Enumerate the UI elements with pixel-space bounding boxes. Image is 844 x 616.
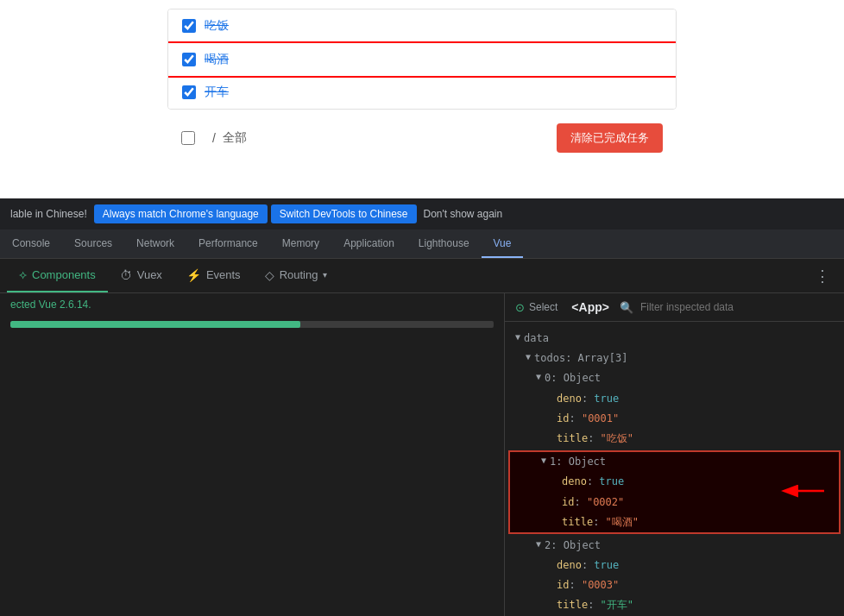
tab-vue[interactable]: Vue (482, 229, 524, 258)
component-tag: <App> (571, 300, 609, 314)
todo-checkbox-2[interactable] (182, 85, 196, 99)
inspector-area: ected Vue 2.6.14. ⊙ Select <App> 🔍 ▼ dat… (0, 293, 844, 616)
arrow-item1: ▼ (541, 454, 546, 468)
switch-devtools-btn[interactable]: Switch DevTools to Chinese (271, 204, 417, 223)
detected-vue-text: ected Vue 2.6.14. (0, 293, 504, 316)
vue-tab-components[interactable]: ⟡ Components (7, 259, 108, 292)
dont-show-label[interactable]: Don't show again (424, 208, 503, 220)
select-label: Select (529, 301, 557, 313)
todo-label-1: 喝酒 (205, 52, 229, 67)
select-button[interactable]: ⊙ Select (515, 301, 557, 314)
item-0-deno: deno : true (505, 389, 844, 409)
item-1-label: 1: Object (550, 454, 606, 470)
item-1-row[interactable]: ▼ 1: Object (510, 452, 839, 472)
inspector-left: ected Vue 2.6.14. (0, 293, 505, 616)
lang-banner-text: lable in Chinese! (10, 208, 87, 220)
vue-tab-routing[interactable]: ◇ Routing ▾ (253, 259, 340, 292)
tab-application[interactable]: Application (331, 229, 406, 258)
tab-console[interactable]: Console (0, 229, 62, 258)
vue-toolbar: ⟡ Components ⏱ Vuex ⚡ Events ◇ Routing ▾… (0, 259, 844, 293)
data-root-row[interactable]: ▼ data (505, 329, 844, 349)
always-match-btn[interactable]: Always match Chrome's language (94, 204, 268, 223)
todo-label-0: 吃饭 (205, 18, 229, 34)
todo-list: 吃饭 喝酒 开车 (167, 9, 677, 110)
lang-banner: lable in Chinese! Always match Chrome's … (0, 198, 844, 229)
devtools-tabs: Console Sources Network Performance Memo… (0, 229, 844, 259)
vue-tab-events-label: Events (206, 268, 241, 281)
vuex-icon: ⏱ (120, 268, 132, 282)
item-0-label: 0: Object (545, 370, 601, 387)
filter-search-icon: 🔍 (620, 301, 633, 314)
arrow-item0: ▼ (536, 370, 541, 384)
vue-tab-events[interactable]: ⚡ Events (174, 259, 253, 292)
todos-row[interactable]: ▼ todos: Array[3] (505, 349, 844, 368)
progress-bar-fill (10, 321, 300, 328)
footer-all-text: / (212, 131, 216, 145)
todo-checkbox-1[interactable] (182, 53, 196, 66)
todo-item-0: 吃饭 (168, 9, 676, 43)
footer-separator (202, 131, 205, 145)
item-2-deno: deno : true (505, 556, 844, 575)
tab-lighthouse[interactable]: Lighthouse (406, 229, 482, 258)
todo-label-2: 开车 (205, 85, 229, 100)
todo-checkbox-0[interactable] (182, 19, 196, 33)
todo-item-2: 开车 (168, 76, 676, 109)
data-panel: ▼ data ▼ todos: Array[3] ▼ 0: Object den… (505, 322, 844, 616)
footer-all-label: 全部 (223, 130, 247, 146)
item-2-id: id : "0003" (505, 575, 844, 595)
todo-item-1: 喝酒 (167, 41, 677, 78)
item-2-row[interactable]: ▼ 2: Object (505, 536, 844, 556)
item-2-label: 2: Object (545, 537, 601, 554)
footer-all-checkbox[interactable] (181, 131, 195, 145)
tab-memory[interactable]: Memory (270, 229, 331, 258)
filter-input[interactable] (640, 301, 834, 313)
arrow-item2: ▼ (536, 537, 541, 551)
item-1-highlight-box: ▼ 1: Object deno : true id : "0002" titl… (508, 450, 841, 534)
events-icon: ⚡ (186, 268, 201, 282)
vue-tab-vuex-label: Vuex (137, 268, 162, 281)
item-1-title: title : "喝酒" (510, 512, 839, 532)
inspector-right: ⊙ Select <App> 🔍 ▼ data ▼ todos: Array[3… (505, 293, 844, 616)
todo-footer-left: / 全部 (181, 130, 247, 146)
components-icon: ⟡ (19, 267, 27, 282)
item-0-title: title : "吃饭" (505, 429, 844, 449)
progress-bar (10, 321, 494, 328)
vue-tab-components-label: Components (32, 268, 96, 281)
arrow-todos: ▼ (526, 350, 531, 364)
todo-footer: / 全部 清除已完成任务 (167, 113, 677, 163)
todos-label: todos: Array[3] (534, 350, 627, 367)
routing-icon: ◇ (265, 268, 274, 282)
inspector-header: ⊙ Select <App> 🔍 (505, 293, 844, 322)
cursor-icon: ⊙ (515, 301, 525, 314)
more-button[interactable]: ⋮ (808, 267, 837, 286)
top-area: 吃饭 喝酒 开车 / 全部 清除已完成任务 (0, 0, 844, 198)
tab-performance[interactable]: Performance (186, 229, 270, 258)
tab-sources[interactable]: Sources (62, 229, 124, 258)
vue-tab-routing-label: Routing (280, 268, 318, 281)
item-0-row[interactable]: ▼ 0: Object (505, 368, 844, 388)
vue-toolbar-right: ⋮ (808, 267, 837, 286)
item-2-title: title : "开车" (505, 595, 844, 615)
arrow-data: ▼ (515, 330, 520, 344)
clear-button[interactable]: 清除已完成任务 (557, 123, 663, 153)
vue-tab-vuex[interactable]: ⏱ Vuex (108, 259, 174, 292)
tab-network[interactable]: Network (124, 229, 186, 258)
red-arrow (777, 478, 828, 507)
data-label: data (524, 330, 549, 347)
item-0-id: id : "0001" (505, 409, 844, 429)
routing-chevron-icon: ▾ (323, 270, 327, 280)
